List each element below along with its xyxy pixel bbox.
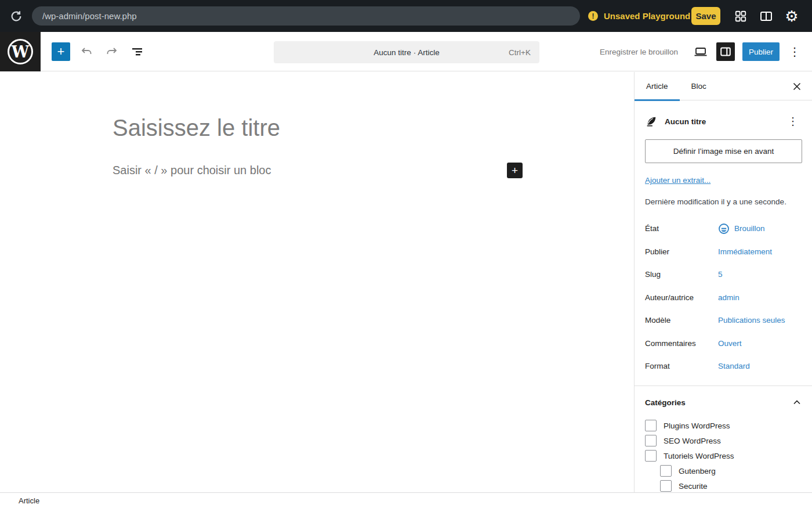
category-label[interactable]: Securite bbox=[679, 482, 708, 491]
category-label[interactable]: Tutoriels WordPress bbox=[664, 452, 734, 460]
options-kebab-icon[interactable]: ⋮ bbox=[785, 32, 804, 71]
category-row: SEO WordPress bbox=[645, 433, 802, 448]
field-row: Auteur/autriceadmin bbox=[645, 286, 802, 309]
field-label: Slug bbox=[645, 270, 718, 279]
command-shortcut-label: Ctrl+K bbox=[509, 48, 531, 57]
undo-icon[interactable] bbox=[79, 45, 93, 59]
field-label: Format bbox=[645, 362, 718, 370]
field-label: Modèle bbox=[645, 316, 718, 325]
set-featured-image-button[interactable]: Définir l’image mise en avant bbox=[645, 139, 802, 163]
category-checkbox[interactable] bbox=[645, 435, 657, 446]
inline-block-inserter-button[interactable]: + bbox=[507, 163, 523, 178]
category-checkbox[interactable] bbox=[645, 420, 657, 431]
playground-status-label: Unsaved Playground bbox=[604, 11, 690, 21]
field-row: FormatStandard bbox=[645, 355, 802, 378]
chevron-up-icon bbox=[790, 395, 804, 409]
category-checkbox[interactable] bbox=[660, 480, 672, 492]
gear-icon[interactable]: ⚙ bbox=[784, 8, 800, 24]
category-label[interactable]: SEO WordPress bbox=[664, 437, 721, 445]
field-row: Slug5 bbox=[645, 263, 802, 286]
field-value-button[interactable]: Immédiatement bbox=[718, 247, 772, 256]
post-leaf-icon bbox=[645, 115, 658, 128]
editor-toolbar: W + Aucun titre · Article Ctrl+K Enregis… bbox=[0, 32, 812, 71]
playground-save-button[interactable]: Save bbox=[691, 7, 720, 25]
field-value-button[interactable]: Brouillon bbox=[718, 223, 765, 235]
breadcrumb[interactable]: Article bbox=[19, 496, 39, 505]
list-view-icon[interactable] bbox=[130, 45, 144, 59]
split-view-icon[interactable] bbox=[758, 8, 774, 24]
post-card-title: Aucun titre bbox=[665, 117, 777, 126]
field-row: ModèlePublications seules bbox=[645, 309, 802, 332]
browser-top-bar: /wp-admin/post-new.php ! Unsaved Playgro… bbox=[0, 0, 812, 32]
category-row: Tutoriels WordPress bbox=[645, 448, 802, 463]
post-title-input[interactable]: Saisissez le titre bbox=[113, 114, 280, 142]
warning-icon: ! bbox=[588, 11, 598, 21]
field-value-button[interactable]: admin bbox=[718, 293, 740, 302]
category-row: Gutenberg bbox=[645, 463, 802, 478]
field-label: Auteur/autrice bbox=[645, 293, 718, 302]
publish-button[interactable]: Publier bbox=[742, 42, 780, 61]
category-checkbox[interactable] bbox=[645, 450, 657, 462]
wordpress-logo[interactable]: W bbox=[0, 32, 41, 71]
field-value-button[interactable]: Ouvert bbox=[718, 339, 742, 348]
document-title-label: Aucun titre · Article bbox=[274, 48, 539, 57]
last-modified-text: Dernière modification il y a une seconde… bbox=[645, 197, 786, 206]
category-label[interactable]: Plugins WordPress bbox=[664, 421, 730, 430]
category-label[interactable]: Gutenberg bbox=[679, 467, 716, 475]
category-row: Plugins WordPress bbox=[645, 418, 802, 433]
post-body-input[interactable]: Saisir « / » pour choisir un bloc bbox=[113, 164, 271, 177]
sidebar-tab-bloc[interactable]: Bloc bbox=[680, 72, 718, 100]
field-row: PublierImmédiatement bbox=[645, 240, 802, 264]
category-row: Securite bbox=[645, 478, 802, 492]
categories-list: Plugins WordPressSEO WordPressTutoriels … bbox=[645, 418, 802, 492]
editor-canvas: Saisissez le titre Saisir « / » pour cho… bbox=[0, 72, 634, 492]
command-bar[interactable]: Aucun titre · Article Ctrl+K bbox=[274, 41, 539, 63]
field-label: Commentaires bbox=[645, 339, 718, 348]
categories-title: Catégories bbox=[645, 398, 790, 407]
url-text: /wp-admin/post-new.php bbox=[42, 11, 137, 21]
grid-apps-icon[interactable] bbox=[733, 8, 749, 24]
draft-status-icon bbox=[718, 223, 730, 235]
sidebar-tabs: ArticleBloc bbox=[635, 72, 812, 100]
footer-breadcrumb-bar: Article bbox=[0, 492, 812, 508]
field-value-button[interactable]: 5 bbox=[718, 270, 723, 279]
redo-icon[interactable] bbox=[105, 45, 119, 59]
field-value-button[interactable]: Publications seules bbox=[718, 316, 785, 325]
url-bar[interactable]: /wp-admin/post-new.php bbox=[32, 6, 580, 26]
post-fields: ÉtatBrouillonPublierImmédiatementSlug5Au… bbox=[645, 217, 802, 378]
category-checkbox[interactable] bbox=[660, 465, 672, 477]
sidebar-tab-article[interactable]: Article bbox=[635, 72, 680, 100]
post-summary-card: Aucun titre ⋮ bbox=[645, 111, 802, 131]
settings-sidebar: ArticleBloc Aucun titre ⋮ Définir l’imag… bbox=[634, 72, 812, 492]
preview-device-icon[interactable] bbox=[693, 45, 708, 59]
wordpress-logo-letter: W bbox=[8, 39, 33, 64]
settings-sidebar-toggle-button[interactable] bbox=[716, 42, 735, 61]
categories-panel-header[interactable]: Catégories bbox=[645, 395, 804, 410]
block-inserter-toggle-button[interactable]: + bbox=[52, 42, 70, 61]
field-row: CommentairesOuvert bbox=[645, 332, 802, 355]
field-value-button[interactable]: Standard bbox=[718, 362, 750, 370]
save-draft-button[interactable]: Enregistrer le brouillon bbox=[600, 32, 678, 71]
field-label: État bbox=[645, 224, 718, 233]
section-divider bbox=[635, 385, 812, 386]
post-actions-kebab-icon[interactable]: ⋮ bbox=[784, 115, 802, 128]
close-sidebar-icon[interactable] bbox=[786, 76, 807, 97]
add-excerpt-link[interactable]: Ajouter un extrait... bbox=[645, 176, 710, 185]
playground-status: ! Unsaved Playground bbox=[588, 0, 690, 32]
field-row: ÉtatBrouillon bbox=[645, 217, 802, 240]
field-label: Publier bbox=[645, 247, 718, 256]
reload-icon[interactable] bbox=[8, 8, 24, 24]
